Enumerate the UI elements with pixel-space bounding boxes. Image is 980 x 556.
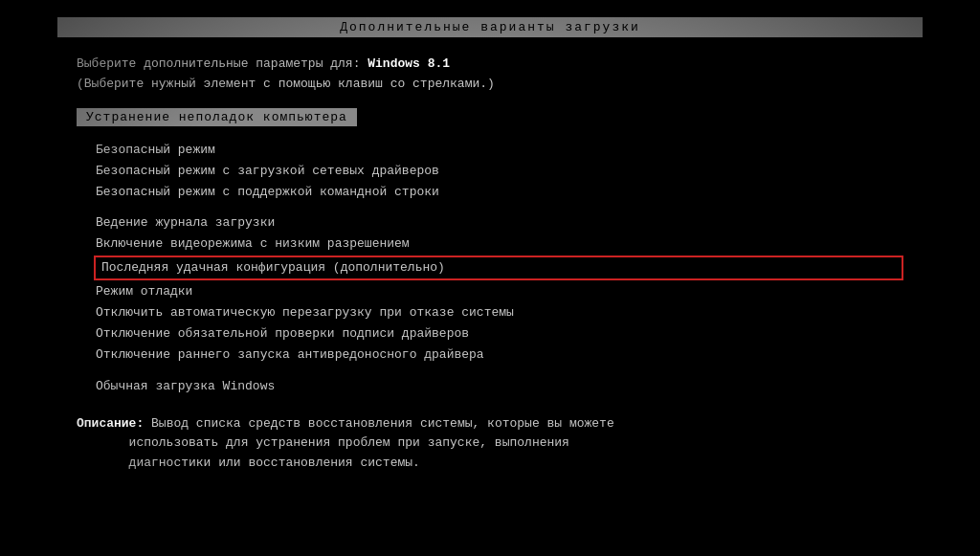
normal-boot[interactable]: Обычная загрузка Windows [77,376,903,397]
menu-item-disable-signature[interactable]: Отключение обязательной проверки подписи… [77,323,903,345]
menu-group-2: Ведение журнала загрузки Включение видео… [77,212,903,255]
subtitle: Выберите дополнительные параметры для: W… [77,55,903,95]
menu-item-last-good-config[interactable]: Последняя удачная конфигурация (дополнит… [94,256,903,280]
menu-item-safe-mode-network[interactable]: Безопасный режим с загрузкой сетевых дра… [77,161,903,182]
title-text: Дополнительные варианты загрузки [340,20,640,34]
windows-version: Windows 8.1 [368,56,450,71]
menu-item-low-res[interactable]: Включение видеорежима с низким разрешени… [77,234,903,255]
description-block: Описание: Вывод списка средств восстанов… [77,414,903,474]
menu-item-debug[interactable]: Режим отладки [77,281,903,302]
menu-item-safe-mode-cmd[interactable]: Безопасный режим с поддержкой командной … [77,182,903,203]
selected-menu-item[interactable]: Устранение неполадок компьютера [77,108,357,126]
title-bar: Дополнительные варианты загрузки [57,17,923,37]
description-label: Описание: [77,416,144,431]
subtitle-line1: Выберите дополнительные параметры для: [77,56,360,71]
menu-item-boot-log[interactable]: Ведение журнала загрузки [77,212,903,234]
menu-group-3: Последняя удачная конфигурация (дополнит… [77,256,903,366]
main-content: Выберите дополнительные параметры для: W… [0,37,980,483]
description-text: Вывод списка средств восстановления сист… [77,416,614,471]
menu-group-1: Безопасный режим Безопасный режим с загр… [77,140,903,203]
menu-item-safe-mode[interactable]: Безопасный режим [77,140,903,161]
menu-item-disable-antimalware[interactable]: Отключение раннего запуска антивредоносн… [77,345,903,366]
bios-screen: Дополнительные варианты загрузки Выберит… [0,17,980,556]
menu-item-disable-restart[interactable]: Отключить автоматическую перезагрузку пр… [77,302,903,323]
subtitle-line2: (Выберите нужный элемент с помощью клави… [77,77,495,91]
